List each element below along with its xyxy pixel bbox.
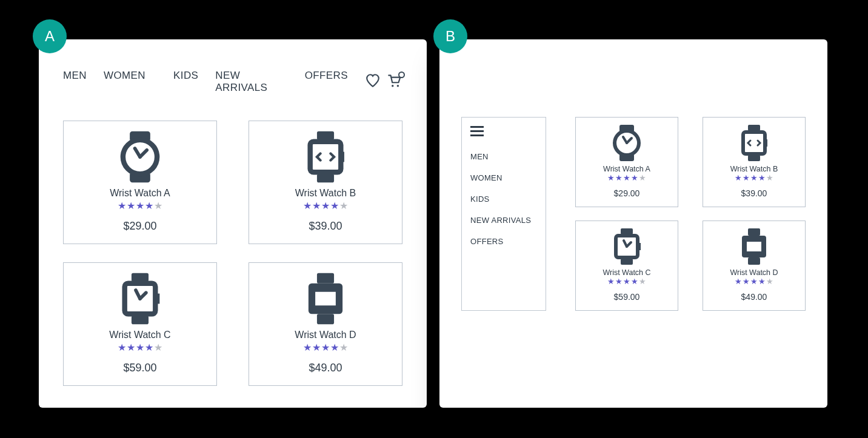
product-price: $39.00 [708, 188, 800, 198]
product-name: Wrist Watch A [70, 188, 210, 199]
panel-a: MEN WOMEN KIDS NEW ARRIVALS OFFERS Wrist… [39, 39, 427, 408]
nav-item-new-arrivals[interactable]: NEW ARRIVALS [215, 70, 287, 94]
product-grid-a: Wrist Watch A ★★★★★ $29.00 Wrist Watch B… [63, 121, 402, 386]
nav-item-women[interactable]: WOMEN [104, 70, 145, 94]
rating-stars: ★★★★★ [255, 342, 396, 353]
cart-icon[interactable] [387, 73, 402, 91]
product-grid-b: Wrist Watch A ★★★★★ $29.00 Wrist Watch B… [575, 117, 806, 311]
sidebar-item-men[interactable]: MEN [470, 146, 537, 167]
product-name: Wrist Watch D [255, 330, 396, 340]
watch-block-icon [708, 227, 800, 266]
rating-stars: ★★★★★ [70, 342, 210, 353]
product-card[interactable]: Wrist Watch A ★★★★★ $29.00 [63, 121, 217, 244]
sidebar-item-offers[interactable]: OFFERS [470, 231, 537, 252]
sidebar-item-new-arrivals[interactable]: NEW ARRIVALS [470, 210, 537, 231]
product-price: $49.00 [255, 362, 396, 374]
product-card[interactable]: Wrist Watch D ★★★★★ $49.00 [703, 221, 806, 311]
watch-digital-icon [708, 124, 800, 162]
product-name: Wrist Watch B [255, 188, 396, 199]
sidebar-item-women[interactable]: WOMEN [470, 167, 537, 188]
rating-stars: ★★★★★ [255, 200, 396, 211]
cart-badge [398, 71, 405, 78]
nav-item-kids[interactable]: KIDS [173, 70, 198, 94]
sidebar: MEN WOMEN KIDS NEW ARRIVALS OFFERS [461, 117, 546, 311]
product-card[interactable]: Wrist Watch D ★★★★★ $49.00 [249, 262, 402, 386]
product-price: $29.00 [70, 220, 210, 233]
wishlist-icon[interactable] [365, 73, 381, 91]
product-name: Wrist Watch C [581, 268, 673, 277]
rating-stars: ★★★★★ [708, 277, 800, 286]
nav-item-men[interactable]: MEN [63, 70, 87, 94]
rating-stars: ★★★★★ [581, 173, 673, 182]
product-price: $39.00 [255, 220, 396, 233]
watch-square-icon [581, 227, 673, 266]
panel-b: MEN WOMEN KIDS NEW ARRIVALS OFFERS Wrist… [439, 39, 827, 408]
product-name: Wrist Watch D [708, 268, 800, 277]
product-price: $49.00 [708, 292, 800, 302]
nav-item-offers[interactable]: OFFERS [305, 70, 348, 94]
hamburger-icon[interactable] [470, 126, 484, 136]
product-name: Wrist Watch B [708, 165, 800, 173]
product-card[interactable]: Wrist Watch C ★★★★★ $59.00 [63, 262, 217, 386]
watch-block-icon [255, 271, 396, 326]
product-card[interactable]: Wrist Watch B ★★★★★ $39.00 [703, 117, 806, 207]
top-nav: MEN WOMEN KIDS NEW ARRIVALS OFFERS [63, 59, 402, 94]
watch-round-icon [581, 124, 673, 162]
rating-stars: ★★★★★ [708, 173, 800, 182]
product-price: $59.00 [70, 362, 210, 374]
product-price: $29.00 [581, 188, 673, 198]
panel-badge-b: B [433, 19, 467, 53]
product-name: Wrist Watch A [581, 165, 673, 173]
rating-stars: ★★★★★ [581, 277, 673, 286]
watch-square-icon [70, 271, 210, 326]
sidebar-item-kids[interactable]: KIDS [470, 188, 537, 210]
panel-badge-a: A [33, 19, 67, 53]
watch-digital-icon [255, 130, 396, 184]
rating-stars: ★★★★★ [70, 200, 210, 211]
product-card[interactable]: Wrist Watch C ★★★★★ $59.00 [575, 221, 678, 311]
watch-round-icon [70, 130, 210, 184]
product-name: Wrist Watch C [70, 330, 210, 340]
product-price: $59.00 [581, 292, 673, 302]
product-card[interactable]: Wrist Watch B ★★★★★ $39.00 [249, 121, 402, 244]
product-card[interactable]: Wrist Watch A ★★★★★ $29.00 [575, 117, 678, 207]
